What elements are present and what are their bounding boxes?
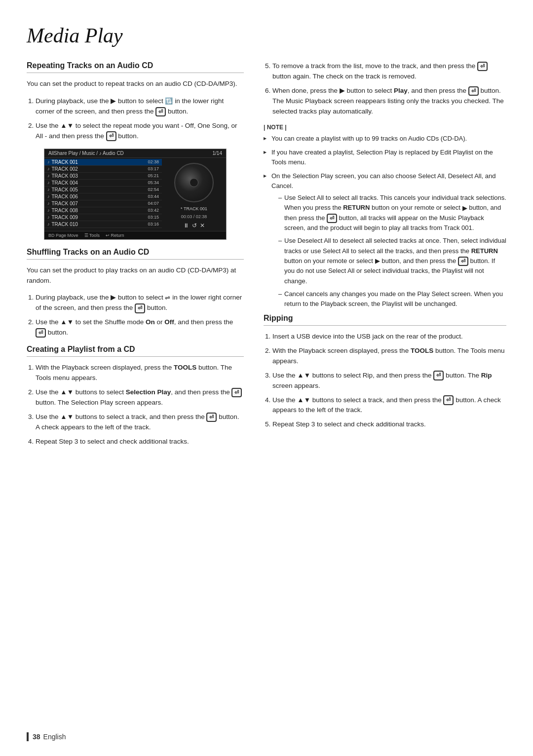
page-number: 38 bbox=[33, 733, 40, 741]
section-shuffling-intro: You can set the product to play tracks o… bbox=[27, 265, 244, 286]
shuffle-icon: ⇌ bbox=[165, 293, 170, 303]
step-item: Use the ▲▼ buttons to select a track, an… bbox=[36, 412, 244, 433]
cd-time-display: 00:03 / 02:38 bbox=[181, 214, 207, 219]
section-ripping-title: Ripping bbox=[264, 314, 506, 326]
track-time: 03:16 bbox=[148, 222, 159, 227]
track-time: 02:38 bbox=[148, 159, 159, 164]
step-item: Repeat Step 3 to select and check additi… bbox=[36, 437, 244, 447]
play-icon: ▶ bbox=[462, 203, 467, 213]
track-time: 03:15 bbox=[148, 215, 159, 220]
track-name: TRACK 005 bbox=[52, 187, 148, 192]
step-item: Use the ▲▼ to select the repeat mode you… bbox=[36, 121, 244, 142]
enter-button: ⏎ bbox=[206, 413, 217, 422]
table-row: ♪ TRACK 008 03:42 bbox=[44, 207, 162, 214]
bottombar-return: ↩ Return bbox=[106, 233, 124, 238]
step-item: During playback, use the ▶ button to sel… bbox=[36, 293, 244, 313]
track-time: 05:34 bbox=[148, 180, 159, 185]
section-ripping: Ripping Insert a USB device into the USB… bbox=[264, 314, 506, 430]
step-item: Use the ▲▼ buttons to select a track, an… bbox=[272, 395, 506, 416]
list-item: If you have created a playlist, Selectio… bbox=[264, 148, 506, 167]
enter-button: ⏎ bbox=[155, 107, 166, 116]
close-icon: ✕ bbox=[200, 222, 205, 229]
track-name: TRACK 003 bbox=[52, 173, 148, 179]
cd-disc-hole bbox=[190, 178, 198, 187]
language-label: English bbox=[43, 733, 66, 741]
list-item: Use Select All to select all tracks. Thi… bbox=[278, 193, 506, 233]
table-row: ♪ TRACK 009 03:15 bbox=[44, 214, 162, 221]
cd-disc bbox=[174, 163, 214, 202]
cd-bottombar: BD Page Move ☰ Tools ↩ Return bbox=[44, 231, 226, 239]
section-repeating-title: Repeating Tracks on an Audio CD bbox=[27, 61, 244, 73]
section-repeating: Repeating Tracks on an Audio CD You can … bbox=[27, 61, 244, 142]
track-icon: ♪ bbox=[47, 222, 50, 227]
repeat-icon: 🔃 bbox=[165, 96, 173, 106]
section-ripping-steps: Insert a USB device into the USB jack on… bbox=[264, 332, 506, 430]
track-time: 02:54 bbox=[148, 187, 159, 192]
enter-button: ⏎ bbox=[135, 303, 145, 313]
steps-continued: To remove a track from the list, move to… bbox=[264, 61, 506, 117]
note-header: | NOTE | bbox=[264, 124, 506, 131]
track-icon: ♪ bbox=[47, 194, 50, 199]
table-row: ♪ TRACK 003 05:21 bbox=[44, 173, 162, 180]
section-shuffling-steps: During playback, use the ▶ button to sel… bbox=[27, 293, 244, 338]
enter-button: ⏎ bbox=[106, 131, 116, 141]
step-item: Use the ▲▼ to set the Shuffle mode On or… bbox=[36, 317, 244, 338]
page-number-block: 38 English bbox=[27, 732, 66, 741]
enter-button: ⏎ bbox=[458, 257, 468, 266]
section-shuffling-title: Shuffling Tracks on an Audio CD bbox=[27, 248, 244, 260]
section-repeating-intro: You can set the product to repeat tracks… bbox=[27, 79, 244, 89]
step-item: With the Playback screen displayed, pres… bbox=[36, 363, 244, 383]
list-item: You can create a playlist with up to 99 … bbox=[264, 134, 506, 144]
enter-button: ⏎ bbox=[443, 395, 454, 405]
table-row: ♪ TRACK 007 04:07 bbox=[44, 200, 162, 207]
track-name: TRACK 010 bbox=[52, 222, 148, 227]
cd-body: ♪ TRACK 001 02:38 ♪ TRACK 002 03:17 ♪ TR… bbox=[44, 158, 226, 231]
enter-button: ⏎ bbox=[327, 214, 337, 223]
track-name: TRACK 008 bbox=[52, 208, 148, 213]
section-playlist-steps: With the Playback screen displayed, pres… bbox=[27, 363, 244, 447]
cd-track-label: * TRACK 001 bbox=[181, 206, 207, 211]
bottombar-nav: BD Page Move bbox=[48, 233, 78, 238]
step-item: When done, press the ▶ button to select … bbox=[272, 86, 506, 117]
table-row: ♪ TRACK 004 05:34 bbox=[44, 180, 162, 187]
list-item: Cancel cancels any changes you made on t… bbox=[278, 289, 506, 309]
section-playlist-title: Creating a Playlist from a CD bbox=[27, 345, 244, 357]
cd-right-panel: * TRACK 001 00:03 / 02:38 ⏸ ↺ ✕ bbox=[162, 158, 226, 231]
cd-topbar: AllShare Play / Music / ♪ Audio CD 1/14 bbox=[44, 149, 226, 158]
play-icon: ▶ bbox=[375, 256, 380, 266]
track-time: 03:42 bbox=[148, 208, 159, 213]
list-item: On the Selection Play screen, you can al… bbox=[264, 171, 506, 309]
track-icon: ♪ bbox=[47, 166, 50, 171]
enter-button: ⏎ bbox=[468, 86, 479, 96]
section-repeating-steps: During playback, use the ▶ button to sel… bbox=[27, 96, 244, 142]
track-icon: ♪ bbox=[47, 159, 50, 164]
step-item: Insert a USB device into the USB jack on… bbox=[272, 332, 506, 342]
section-playlist: Creating a Playlist from a CD With the P… bbox=[27, 345, 244, 447]
step-item: Use the ▲▼ buttons to select Selection P… bbox=[36, 387, 244, 408]
track-icon: ♪ bbox=[47, 215, 50, 220]
cd-controls: ⏸ ↺ ✕ bbox=[183, 222, 205, 229]
step-item: To remove a track from the list, move to… bbox=[272, 61, 506, 82]
page-title: Media Play bbox=[27, 24, 506, 47]
enter-button: ⏎ bbox=[433, 371, 444, 380]
right-column: To remove a track from the list, move to… bbox=[264, 61, 506, 454]
list-item: Use Deselect All to deselect all selecte… bbox=[278, 236, 506, 286]
enter-button: ⏎ bbox=[36, 328, 46, 338]
track-icon: ♪ bbox=[47, 187, 50, 192]
track-icon: ♪ bbox=[47, 208, 50, 213]
cd-counter: 1/14 bbox=[213, 151, 222, 156]
note-block: | NOTE | You can create a playlist with … bbox=[264, 124, 506, 309]
enter-button: ⏎ bbox=[231, 388, 242, 397]
section-shuffling: Shuffling Tracks on an Audio CD You can … bbox=[27, 248, 244, 339]
cd-path: AllShare Play / Music / ♪ Audio CD bbox=[48, 151, 124, 156]
table-row: ♪ TRACK 005 02:54 bbox=[44, 187, 162, 193]
cd-screenshot: AllShare Play / Music / ♪ Audio CD 1/14 … bbox=[44, 149, 227, 240]
track-time: 05:21 bbox=[148, 173, 159, 178]
track-name: TRACK 001 bbox=[52, 159, 148, 165]
page-number-bar bbox=[27, 732, 29, 741]
track-icon: ♪ bbox=[47, 201, 50, 206]
table-row: ♪ TRACK 006 03:44 bbox=[44, 193, 162, 200]
pause-icon: ⏸ bbox=[183, 222, 189, 229]
track-time: 04:07 bbox=[148, 201, 159, 206]
note-list: You can create a playlist with up to 99 … bbox=[264, 134, 506, 309]
